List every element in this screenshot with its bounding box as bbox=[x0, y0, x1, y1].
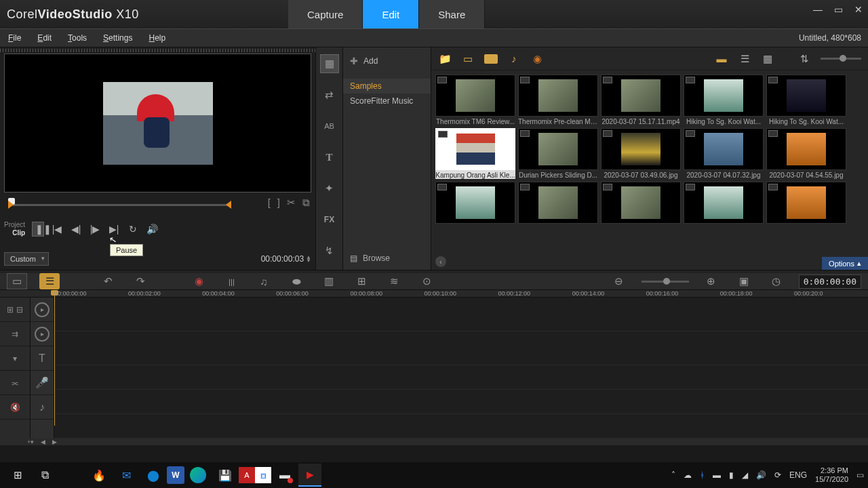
open-folder-icon[interactable]: 📁 bbox=[438, 52, 452, 66]
overlay-track-icon[interactable]: ▸ bbox=[31, 322, 54, 346]
taskbar-word[interactable]: W bbox=[167, 466, 184, 484]
library-item[interactable]: Kampung Orang Asli Kle... bbox=[435, 128, 515, 179]
track-mute[interactable]: 🔇 bbox=[0, 395, 30, 420]
menu-edit[interactable]: Edit bbox=[37, 33, 52, 43]
tray-sync-icon[interactable]: ⟳ bbox=[774, 470, 781, 480]
browse-button[interactable]: ▤Browse bbox=[343, 251, 397, 266]
split-icon[interactable]: ⧉ bbox=[302, 197, 310, 209]
zoom-out-button[interactable]: ⊖ bbox=[609, 273, 629, 289]
tray-volume-icon[interactable]: 🔊 bbox=[756, 470, 766, 480]
menu-settings[interactable]: Settings bbox=[103, 33, 132, 43]
track-lock[interactable]: ⫘ bbox=[0, 371, 30, 395]
taskbar-dropbox[interactable]: ⧈ bbox=[255, 467, 271, 483]
filter-disc-icon[interactable]: ◉ bbox=[530, 52, 544, 66]
cut-icon[interactable]: ✂ bbox=[287, 197, 296, 209]
filter-video-icon[interactable]: ▭ bbox=[461, 52, 475, 66]
library-item[interactable]: 2020-03-07 03.49.06.jpg bbox=[601, 128, 681, 179]
filter-photo-icon[interactable] bbox=[484, 54, 498, 64]
lib-tab-path[interactable]: ↯ bbox=[320, 241, 339, 260]
library-item[interactable]: Hiking To Sg. Kooi Wat... bbox=[684, 75, 764, 125]
motion-button[interactable]: ⬬ bbox=[286, 273, 307, 289]
video-track-icon[interactable]: ▸ bbox=[31, 298, 54, 322]
view-list-icon[interactable]: ☰ bbox=[738, 52, 751, 66]
library-item[interactable] bbox=[766, 182, 846, 225]
library-item[interactable] bbox=[435, 182, 515, 225]
close-icon[interactable]: ✕ bbox=[853, 4, 864, 15]
tray-expand-icon[interactable]: ˄ bbox=[671, 470, 675, 480]
tray-bluetooth-icon[interactable]: ᚼ bbox=[700, 470, 705, 480]
add-track-button[interactable]: +▾ bbox=[27, 439, 34, 445]
trim-out-marker[interactable] bbox=[226, 201, 231, 209]
taskbar-mail[interactable]: ✉ bbox=[113, 464, 140, 486]
repeat-button[interactable]: ↻ bbox=[127, 224, 139, 235]
folder-samples[interactable]: Samples bbox=[343, 79, 431, 94]
start-button[interactable]: ⊞ bbox=[4, 464, 31, 486]
tray-battery-icon[interactable]: ▮ bbox=[729, 470, 734, 480]
tray-cloud-icon[interactable]: ☁ bbox=[684, 470, 692, 480]
title-track[interactable] bbox=[54, 365, 868, 390]
record-button[interactable]: ◉ bbox=[189, 273, 209, 289]
seek-track[interactable] bbox=[9, 204, 230, 206]
taskbar-usb[interactable]: 💾 bbox=[212, 464, 239, 486]
menu-file[interactable]: File bbox=[8, 33, 21, 43]
library-item[interactable] bbox=[518, 182, 598, 225]
tray-notifications-icon[interactable]: ▭ bbox=[856, 470, 864, 480]
scroll-left[interactable]: ◀ bbox=[41, 439, 45, 445]
end-button[interactable]: ▶| bbox=[108, 224, 120, 235]
zoom-in-button[interactable]: ⊕ bbox=[701, 273, 722, 289]
music-track-icon[interactable]: ♪ bbox=[31, 395, 54, 420]
view-grid-icon[interactable]: ▦ bbox=[761, 52, 774, 66]
mode-toggle[interactable]: Project Clip bbox=[4, 221, 25, 237]
library-item[interactable]: Thermomix TM6 Review... bbox=[435, 75, 515, 125]
tab-edit[interactable]: Edit bbox=[363, 0, 419, 28]
taskbar-pdf[interactable]: A bbox=[239, 467, 255, 483]
task-view-button[interactable]: ⧉ bbox=[31, 464, 58, 486]
multicam-button[interactable]: ⊞ bbox=[351, 273, 372, 289]
lib-tab-graphic[interactable]: ✦ bbox=[320, 179, 339, 198]
taskbar-explorer[interactable] bbox=[58, 464, 85, 486]
tray-clock[interactable]: 2:36 PM15/7/2020 bbox=[815, 466, 848, 484]
menu-help[interactable]: Help bbox=[149, 33, 165, 43]
trim-in-marker[interactable] bbox=[8, 201, 14, 209]
view-thumb-icon[interactable]: ▬ bbox=[715, 52, 728, 66]
library-item[interactable] bbox=[684, 182, 764, 225]
pause-button[interactable]: ❚❚ bbox=[32, 222, 44, 237]
title-track-icon[interactable]: T bbox=[31, 346, 54, 371]
redo-button[interactable]: ↷ bbox=[130, 273, 151, 289]
maximize-icon[interactable]: ▭ bbox=[833, 4, 844, 15]
library-item[interactable]: 2020-03-07 15.17.11.mp4 bbox=[601, 75, 681, 125]
video-track[interactable] bbox=[54, 298, 868, 331]
lib-tab-text[interactable]: T bbox=[320, 148, 339, 167]
filter-audio-icon[interactable]: ♪ bbox=[507, 52, 521, 66]
home-button[interactable]: |◀ bbox=[51, 224, 63, 235]
folder-scorefitter[interactable]: ScoreFitter Music bbox=[343, 94, 431, 108]
track-toggle-all[interactable]: ⊞ ⊟ bbox=[0, 298, 30, 322]
taskbar-videostudio[interactable] bbox=[298, 464, 321, 487]
mark-out-icon[interactable]: ] bbox=[277, 197, 280, 209]
track-menu[interactable]: ▾ bbox=[0, 346, 30, 371]
storyboard-view-button[interactable]: ▭ bbox=[7, 273, 27, 289]
timecode-display[interactable]: 00:00:00:03▲▼ bbox=[261, 254, 311, 264]
scroll-left-button[interactable]: ‹ bbox=[435, 256, 446, 267]
tray-app-icon[interactable]: ▬ bbox=[713, 470, 721, 480]
library-item[interactable]: Durian Pickers Sliding D... bbox=[518, 128, 598, 179]
options-button[interactable]: Options▴ bbox=[822, 257, 868, 270]
fit-project-button[interactable]: ▣ bbox=[734, 273, 754, 289]
prev-frame-button[interactable]: ◀| bbox=[70, 224, 82, 235]
add-folder-button[interactable]: ✚Add bbox=[343, 53, 431, 69]
zoom-slider[interactable] bbox=[642, 281, 689, 283]
library-item[interactable]: Thermomix Pre-clean Mo... bbox=[518, 75, 598, 125]
volume-icon[interactable]: 🔊 bbox=[146, 224, 158, 235]
subtitle-button[interactable]: ▥ bbox=[319, 273, 339, 289]
lib-tab-transition[interactable]: ⇄ bbox=[320, 85, 339, 104]
library-item[interactable]: Hiking To Sg. Kooi Wat... bbox=[766, 75, 846, 125]
sort-icon[interactable]: ⇅ bbox=[797, 52, 811, 66]
voice-track-icon[interactable]: 🎤 bbox=[31, 371, 54, 395]
tab-share[interactable]: Share bbox=[419, 0, 485, 28]
preview-size-dropdown[interactable]: Custom bbox=[4, 252, 49, 266]
taskbar-browser[interactable]: ⬤ bbox=[140, 464, 167, 486]
thumb-size-slider[interactable] bbox=[821, 58, 861, 60]
track-motion-button[interactable]: ≋ bbox=[384, 273, 404, 289]
audio-mixer-button[interactable]: ⫼ bbox=[221, 273, 241, 289]
scroll-right[interactable]: ▶ bbox=[52, 439, 57, 445]
